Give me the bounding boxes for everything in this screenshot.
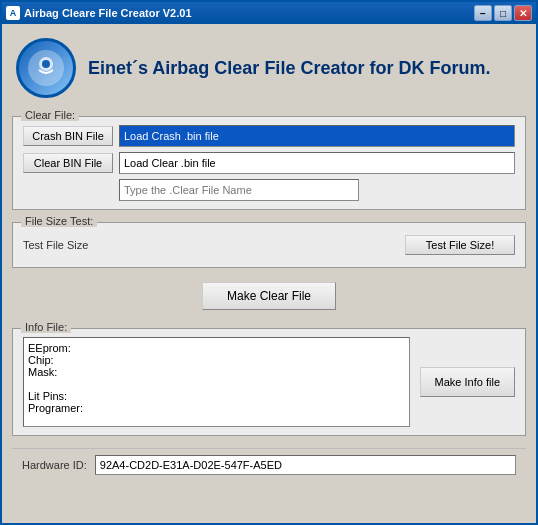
info-file-content: Make Info file [23,337,515,427]
window-controls: − □ ✕ [474,5,532,21]
file-size-row: Test File Size Test File Size! [23,231,515,259]
svg-point-1 [42,60,50,68]
clear-file-group: Clear File: Crash BIN File Clear BIN Fil… [12,116,526,210]
app-logo [16,38,76,98]
main-content: Einet´s Airbag Clear File Creator for DK… [2,24,536,523]
crash-bin-input[interactable] [119,125,515,147]
make-info-button[interactable]: Make Info file [420,367,515,397]
file-size-group: File Size Test: Test File Size Test File… [12,222,526,268]
clear-file-name-input[interactable] [119,179,359,201]
close-button[interactable]: ✕ [514,5,532,21]
clear-file-content: Crash BIN File Clear BIN File [23,125,515,201]
clear-file-label: Clear File: [21,109,79,121]
hardware-id-row: Hardware ID: [12,448,526,481]
file-size-label: File Size Test: [21,215,97,227]
crash-bin-button[interactable]: Crash BIN File [23,126,113,146]
info-textarea[interactable] [23,337,410,427]
clear-bin-row: Clear BIN File [23,152,515,174]
hardware-id-label: Hardware ID: [22,459,87,471]
header-section: Einet´s Airbag Clear File Creator for DK… [12,32,526,104]
main-window: A Airbag Cleare File Creator V2.01 − □ ✕ [0,0,538,525]
hardware-id-input[interactable] [95,455,516,475]
clear-bin-button[interactable]: Clear BIN File [23,153,113,173]
make-clear-file-button[interactable]: Make Clear File [202,282,336,310]
info-file-label: Info File: [21,321,71,333]
crash-bin-row: Crash BIN File [23,125,515,147]
file-size-text: Test File Size [23,239,88,251]
window-title: Airbag Cleare File Creator V2.01 [24,7,192,19]
clear-bin-input[interactable] [119,152,515,174]
minimize-button[interactable]: − [474,5,492,21]
logo-inner [28,50,64,86]
title-bar: A Airbag Cleare File Creator V2.01 − □ ✕ [2,2,536,24]
info-file-group: Info File: Make Info file [12,328,526,436]
maximize-button[interactable]: □ [494,5,512,21]
app-icon: A [6,6,20,20]
test-file-size-button[interactable]: Test File Size! [405,235,515,255]
make-clear-container: Make Clear File [12,276,526,316]
logo-svg [32,54,60,82]
file-name-row [23,179,515,201]
app-title: Einet´s Airbag Clear File Creator for DK… [88,58,490,79]
